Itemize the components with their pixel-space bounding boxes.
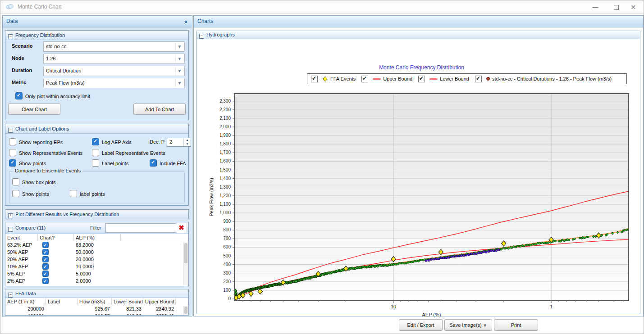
chevron-down-icon[interactable]: ▼ [175,55,183,63]
collapse-icon[interactable]: − [199,34,204,39]
compare-row[interactable]: 63.2% AEP63.2000 [5,241,188,248]
ensemble-events-groupbox: Compare to Ensemble Events Show box plot… [9,171,185,203]
plot-different-results-header[interactable]: +Plot Different Results vs Frequency Dis… [5,210,188,219]
clear-filter-button[interactable]: ✖ [176,223,187,233]
show-box-plots-checkbox[interactable] [12,178,19,185]
chevron-down-icon[interactable]: ▼ [175,79,183,87]
svg-text:600: 600 [223,244,231,249]
include-ffa-checkbox[interactable] [150,159,157,167]
log-aep-axis-option: Log AEP Axis [92,138,132,146]
chevron-down-icon: ▼ [483,323,487,328]
show-points-option: Show points [9,159,46,167]
charts-panel: Charts −Hydrographs Monte Carlo Frequenc… [193,15,644,316]
app-cloud-icon [6,3,14,9]
frequency-distribution-header[interactable]: −Frequency Distribution [5,31,188,40]
show-reporting-eps-checkbox[interactable] [9,138,16,145]
compare-table-header: Event Chart? AEP (%) [5,234,188,241]
ffa-row[interactable]: 200000925.67821.332340.92 [5,305,188,312]
ensemble-show-points-checkbox[interactable] [12,190,19,197]
svg-text:AEP (%): AEP (%) [422,312,441,317]
svg-text:1,200: 1,200 [219,193,231,198]
compare-row[interactable]: 50% AEP50.0000 [5,248,188,256]
collapse-icon[interactable]: − [8,128,13,133]
show-points-checkbox[interactable] [9,159,16,167]
save-images-button[interactable]: Save Image(s) ▼ [444,319,492,331]
compare-row[interactable]: 20% AEP20.0000 [5,256,188,263]
ffa-data-header[interactable]: −FFA Data [5,289,188,298]
compare-row[interactable]: 5% AEP5.0000 [5,270,188,277]
compare-row[interactable]: 2% AEP2.0000 [5,277,188,284]
decimal-places-spinner[interactable]: 2 ▲▼ [167,138,191,147]
svg-text:2,200: 2,200 [219,107,231,112]
hydrographs-header[interactable]: −Hydrographs [197,31,640,39]
hydrographs-group: −Hydrographs Monte Carlo Frequency Distr… [196,31,640,314]
accuracy-limit-checkbox[interactable] [15,92,23,99]
svg-text:100: 100 [223,288,231,293]
compare-header[interactable]: −Compare (11) Filter ✖ [5,222,188,234]
show-reporting-eps-option: Show reporting EPs [9,138,63,146]
expand-icon[interactable]: + [8,213,13,218]
chart-checkbox[interactable] [42,242,49,248]
chart-label-options-header[interactable]: −Chart and Label Options [5,124,188,134]
ensemble-label-points-option: label points [70,190,105,198]
add-to-chart-button[interactable]: Add To Chart [133,104,186,115]
svg-text:900: 900 [223,219,231,224]
collapse-icon[interactable]: − [8,227,13,232]
show-box-plots-option: Show box plots [12,178,56,186]
compare-scrollbar[interactable] [183,242,188,285]
window-title: Monte Carlo Chart [18,4,62,10]
svg-text:1: 1 [550,304,553,309]
filter-input[interactable] [105,223,178,233]
edit-export-button[interactable]: Edit / Export [399,319,443,331]
frequency-chart[interactable]: 01002003004005006007008009001,0001,1001,… [197,54,643,329]
scenario-label: Scenario [12,43,32,49]
minimize-button[interactable]: — [588,2,603,12]
compare-row[interactable]: 10% AEP10.0000 [5,263,188,270]
svg-text:1,300: 1,300 [219,185,231,190]
chevron-down-icon[interactable]: ▼ [175,43,183,50]
chart-checkbox[interactable] [42,249,49,255]
accuracy-limit-option: Only plot within accuracy limit [15,92,90,100]
svg-text:1,000: 1,000 [219,210,231,215]
maximize-button[interactable] [608,2,624,12]
log-aep-axis-checkbox[interactable] [92,138,99,145]
duration-row: Duration Critical Duration▼ [5,66,188,76]
svg-text:1,600: 1,600 [219,158,231,163]
metric-select[interactable]: Peak Flow (m3/s)▼ [43,78,185,88]
node-label: Node [12,55,24,61]
dec-p-label: Dec. P [150,139,164,144]
chart-checkbox[interactable] [42,271,49,277]
chevron-down-icon[interactable]: ▼ [175,67,183,75]
scenario-select[interactable]: std-no-cc▼ [43,41,185,52]
filter-label: Filter [90,222,101,234]
label-points-checkbox[interactable] [92,159,99,167]
show-representative-events-checkbox[interactable] [9,149,16,156]
svg-text:200: 200 [223,279,231,284]
close-button[interactable]: ✕ [626,2,641,12]
chart-checkbox[interactable] [42,256,49,262]
duration-select[interactable]: Critical Duration▼ [43,66,185,76]
spinner-arrows[interactable]: ▲▼ [183,138,191,146]
plot-different-results-group: +Plot Different Results vs Frequency Dis… [5,209,189,219]
collapse-icon[interactable]: − [8,34,13,39]
ffa-table-header: AEP (1 in X) Label Flow (m3/s) Lower Bou… [5,298,188,305]
svg-text:500: 500 [223,253,231,258]
svg-text:800: 800 [223,227,231,232]
svg-text:10: 10 [391,304,396,309]
print-button[interactable]: Print [494,319,538,331]
ffa-scrollbar[interactable] [183,306,188,315]
include-ffa-option: Include FFA [150,159,186,167]
collapse-panel-icon[interactable]: « [184,16,187,27]
svg-text:400: 400 [223,262,231,267]
duration-label: Duration [12,68,32,73]
chart-checkbox[interactable] [42,263,49,270]
compare-group: −Compare (11) Filter ✖ Event Chart? AEP … [5,222,189,286]
label-representative-events-checkbox[interactable] [92,149,99,156]
node-select[interactable]: 1.26▼ [43,54,185,64]
svg-text:2,100: 2,100 [219,116,231,121]
ensemble-label-points-checkbox[interactable] [70,190,77,197]
collapse-icon[interactable]: − [8,293,13,298]
ffa-row[interactable]: 100000910.55810.062290.43 [5,312,188,315]
chart-checkbox[interactable] [42,278,49,284]
clear-chart-button[interactable]: Clear Chart [8,104,60,115]
